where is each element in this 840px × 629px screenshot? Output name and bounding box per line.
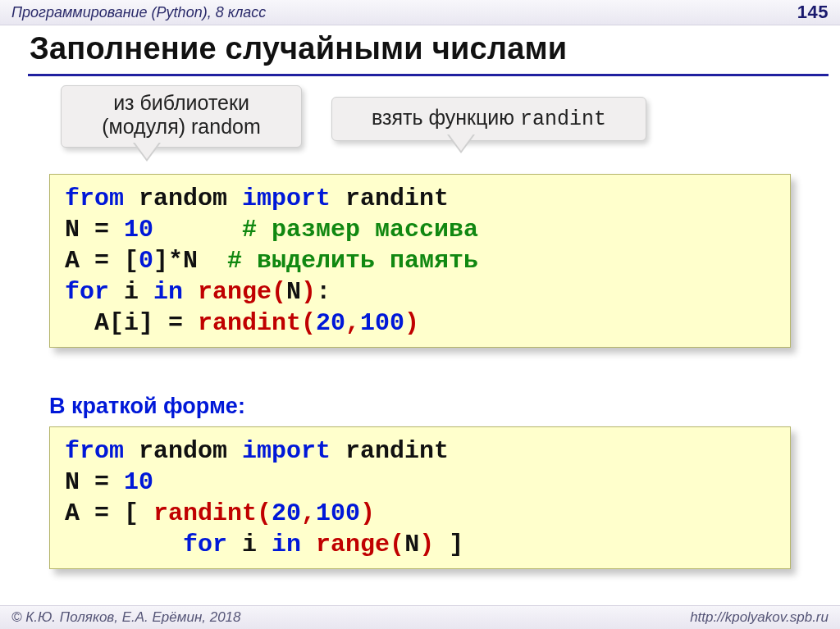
num: 10	[124, 468, 153, 496]
tok: i	[109, 278, 153, 306]
kw: for	[65, 278, 109, 306]
copyright: © К.Ю. Поляков, Е.А. Ерёмин, 2018	[11, 609, 241, 626]
fn: )	[360, 499, 375, 527]
kw: import	[242, 185, 331, 212]
fn: )	[419, 531, 434, 558]
fn: )	[301, 278, 316, 306]
fn: ,	[345, 309, 360, 337]
fn: randint(	[198, 309, 316, 337]
kw: for	[183, 531, 227, 558]
slide: Программирование (Python), 8 класс 145 З…	[0, 0, 840, 629]
callout-text: взять функцию	[372, 106, 520, 129]
page-number: 145	[797, 2, 829, 23]
tok: A = [	[65, 247, 139, 275]
tok: A[i] =	[65, 309, 198, 337]
callout-tail	[134, 141, 160, 159]
tok	[65, 531, 183, 558]
tok: :	[316, 278, 331, 306]
num: 20	[272, 499, 301, 527]
slide-title: Заполнение случайными числами	[30, 31, 567, 66]
kw: from	[65, 437, 124, 465]
kw: in	[272, 531, 301, 558]
tok: N	[404, 531, 419, 558]
comment: # выделить память	[227, 247, 478, 275]
tok	[183, 278, 198, 306]
code-block-short: from random import randint N = 10 A = [ …	[49, 426, 791, 569]
callout-line: (модуля) random	[80, 115, 283, 139]
comment: # размер массива	[242, 216, 478, 244]
code-block-full: from random import randint N = 10 # разм…	[49, 174, 791, 348]
num: 0	[139, 247, 153, 275]
tok: N	[286, 278, 301, 306]
num: 100	[360, 309, 404, 337]
callout-library: из библиотеки (модуля) random	[61, 85, 302, 148]
short-form-label: В краткой форме:	[49, 394, 245, 419]
tok	[301, 531, 316, 558]
kw: in	[153, 278, 183, 306]
tok: N =	[65, 468, 124, 496]
tok: i	[227, 531, 272, 558]
tok: randint	[331, 185, 449, 212]
num: 20	[316, 309, 345, 337]
slide-footer: © К.Ю. Поляков, Е.А. Ерёмин, 2018 http:/…	[0, 605, 840, 629]
tok	[153, 216, 242, 244]
tok: randint	[331, 437, 449, 465]
fn: )	[404, 309, 419, 337]
callout-line: из библиотеки	[80, 91, 283, 115]
tok: ]*N	[153, 247, 227, 275]
fn: randint(	[153, 499, 272, 527]
kw: import	[242, 437, 331, 465]
kw: from	[65, 185, 124, 212]
fn: ,	[301, 499, 316, 527]
callout-tail	[448, 133, 474, 151]
course-title: Программирование (Python), 8 класс	[11, 4, 266, 21]
tok: A = [	[65, 499, 153, 527]
title-underline	[28, 74, 829, 76]
fn: range(	[198, 278, 286, 306]
num: 100	[316, 499, 360, 527]
callout-mono: randint	[520, 107, 606, 131]
num: 10	[124, 216, 153, 244]
callout-function: взять функцию randint	[331, 97, 646, 141]
tok: ]	[434, 531, 463, 558]
slide-header: Программирование (Python), 8 класс 145	[0, 0, 840, 25]
tok: random	[124, 185, 242, 212]
tok: N =	[65, 216, 124, 244]
fn: range(	[316, 531, 404, 558]
tok: random	[124, 437, 242, 465]
source-url: http://kpolyakov.spb.ru	[690, 609, 829, 626]
